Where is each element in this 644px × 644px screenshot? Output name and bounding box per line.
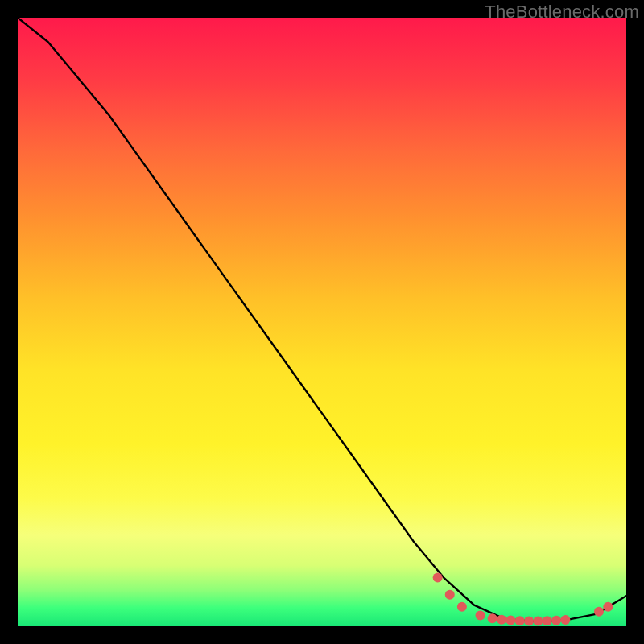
data-point-marker bbox=[515, 616, 525, 625]
data-point-marker bbox=[543, 616, 552, 625]
watermark-text: TheBottleneck.com bbox=[485, 2, 639, 23]
chart-container: TheBottleneck.com bbox=[0, 0, 644, 644]
bottleneck-curve bbox=[18, 18, 626, 621]
data-point-marker bbox=[603, 602, 613, 612]
data-point-markers bbox=[433, 573, 613, 626]
data-point-marker bbox=[497, 615, 506, 625]
data-point-marker bbox=[533, 617, 543, 626]
data-point-marker bbox=[488, 613, 497, 623]
data-point-marker bbox=[551, 616, 561, 625]
data-point-marker bbox=[476, 610, 485, 620]
plot-area bbox=[18, 18, 626, 626]
bottleneck-chart-svg bbox=[18, 18, 626, 626]
data-point-marker bbox=[433, 573, 443, 583]
data-point-marker bbox=[560, 615, 570, 625]
data-point-marker bbox=[524, 617, 534, 626]
data-point-marker bbox=[445, 590, 455, 600]
data-point-marker bbox=[594, 607, 604, 617]
data-point-marker bbox=[506, 615, 515, 625]
data-point-marker bbox=[457, 602, 467, 612]
